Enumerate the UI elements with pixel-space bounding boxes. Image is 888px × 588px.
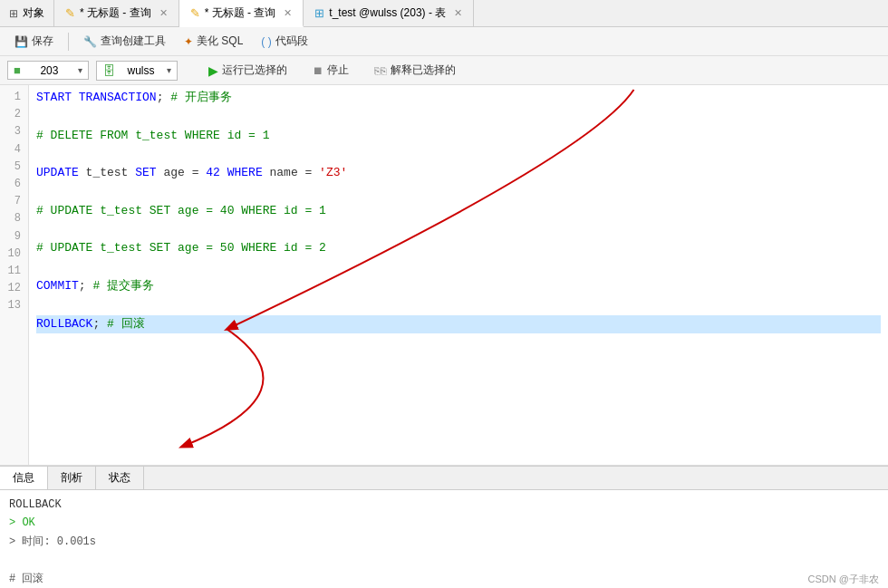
bottom-tab-profile[interactable]: 剖析 (48, 467, 96, 489)
run-icon: ▶ (208, 63, 218, 78)
code-line-8 (36, 221, 881, 240)
line-num: 10 (4, 246, 21, 263)
stop-icon: ⏹ (313, 64, 323, 77)
line-num: 6 (4, 176, 21, 193)
result-line-5: # 回滚 (9, 570, 879, 588)
conn-bar: ■ 203 ▾ 🗄 wulss ▾ ▶ 运行已选择的 ⏹ 停止 ⎘⎘ 解释已选择… (0, 56, 888, 85)
beautify-label: 美化 SQL (197, 34, 243, 49)
line-num: 11 (4, 263, 21, 280)
tab-bar: ⊞ 对象 ✎ * 无标题 - 查询 ✕ ✎ * 无标题 - 查询 ✕ ⊞ t_t… (0, 0, 888, 27)
db-number-value: 203 (40, 64, 58, 77)
snippet-icon: ( ) (261, 35, 271, 48)
bottom-tab-info[interactable]: 信息 (0, 467, 48, 489)
save-icon: 💾 (14, 35, 28, 48)
explain-icon: ⎘⎘ (374, 65, 387, 76)
code-line-3: # DELETE FROM t_test WHERE id = 1 (36, 127, 881, 146)
query-builder-button[interactable]: 🔧 查询创建工具 (76, 31, 173, 52)
snippet-button[interactable]: ( ) 代码段 (254, 31, 314, 52)
code-line-1: START TRANSACTION; # 开启事务 (36, 89, 881, 108)
tab-profile-label: 剖析 (61, 471, 82, 484)
code-line-12 (36, 296, 881, 315)
explain-button[interactable]: ⎘⎘ 解释已选择的 (365, 60, 465, 81)
snippet-label: 代码段 (275, 34, 308, 49)
db-user-select[interactable]: 🗄 wulss ▾ (96, 61, 178, 81)
tab-query-1-label: * 无标题 - 查询 (80, 5, 151, 21)
tab-table-label: t_test @wulss (203) - 表 (329, 5, 446, 21)
stop-label: 停止 (327, 63, 349, 78)
result-line-2: > OK (9, 514, 879, 532)
separator-1 (68, 33, 69, 51)
db-icon: 🗄 (102, 63, 115, 78)
beautify-icon: ✦ (184, 35, 193, 48)
tab-objects-label: 对象 (23, 5, 44, 21)
line-num: 8 (4, 210, 21, 227)
line-num: 13 (4, 297, 21, 314)
tab-query-1[interactable]: ✎ * 无标题 - 查询 ✕ (54, 0, 179, 26)
bottom-tabs: 信息 剖析 状态 (0, 467, 888, 490)
toolbar: 💾 保存 🔧 查询创建工具 ✦ 美化 SQL ( ) 代码段 (0, 27, 888, 56)
editor-area: 1 2 3 4 5 6 7 8 9 10 11 12 13 START TRAN… (0, 85, 888, 466)
save-label: 保存 (32, 34, 53, 49)
bottom-tab-status[interactable]: 状态 (96, 467, 144, 489)
tab-info-label: 信息 (13, 471, 34, 484)
code-line-7: # UPDATE t_test SET age = 40 WHERE id = … (36, 202, 881, 221)
explain-label: 解释已选择的 (391, 63, 456, 78)
tab-query-2[interactable]: ✎ * 无标题 - 查询 ✕ (179, 0, 304, 27)
line-numbers: 1 2 3 4 5 6 7 8 9 10 11 12 13 (0, 85, 29, 465)
code-editor[interactable]: START TRANSACTION; # 开启事务 # DELETE FROM … (29, 85, 888, 465)
query-icon-1: ✎ (65, 6, 75, 20)
query-builder-icon: 🔧 (83, 35, 97, 48)
code-line-2 (36, 108, 881, 127)
table-icon: ⊞ (314, 6, 324, 20)
db-number-arrow: ▾ (78, 65, 82, 75)
tab-table[interactable]: ⊞ t_test @wulss (203) - 表 ✕ (304, 0, 474, 26)
footer-text: CSDN @子非农 (808, 574, 879, 584)
result-line-3: > 时间: 0.001s (9, 533, 879, 551)
code-line-5: UPDATE t_test SET age = 42 WHERE name = … (36, 164, 881, 183)
stop-button[interactable]: ⏹ 停止 (304, 60, 358, 81)
tab-close-3[interactable]: ✕ (454, 7, 462, 19)
result-comment: # 回滚 (9, 573, 43, 585)
db-user-value: wulss (127, 64, 154, 77)
tab-close-2[interactable]: ✕ (284, 7, 292, 19)
save-button[interactable]: 💾 保存 (7, 31, 61, 52)
objects-icon: ⊞ (9, 7, 18, 20)
query-icon-2: ✎ (190, 6, 200, 20)
result-ok-1: > OK (9, 516, 35, 529)
bottom-panel: 信息 剖析 状态 ROLLBACK > OK > 时间: 0.001s # 回滚… (0, 466, 888, 588)
tab-close-1[interactable]: ✕ (159, 7, 168, 19)
line-num: 1 (4, 89, 21, 106)
run-button[interactable]: ▶ 运行已选择的 (199, 60, 296, 81)
line-num: 3 (4, 123, 21, 140)
line-num: 2 (4, 106, 21, 123)
footer-watermark: CSDN @子非农 (799, 571, 888, 588)
keyword: START TRANSACTION (36, 91, 157, 104)
query-builder-label: 查询创建工具 (101, 34, 166, 49)
tab-status-label: 状态 (109, 471, 130, 484)
result-time-1: > 时间: 0.001s (9, 535, 96, 548)
db-number-select[interactable]: ■ 203 ▾ (7, 61, 89, 80)
db-user-arrow: ▾ (167, 65, 171, 75)
line-num: 12 (4, 280, 21, 297)
result-text: ROLLBACK (9, 498, 62, 511)
code-line-10 (36, 258, 881, 277)
code-line-13: ROLLBACK; # 回滚 (36, 315, 881, 334)
run-label: 运行已选择的 (222, 63, 287, 78)
code-line-11: COMMIT; # 提交事务 (36, 277, 881, 296)
line-num: 7 (4, 193, 21, 210)
beautify-button[interactable]: ✦ 美化 SQL (177, 31, 250, 52)
code-line-6 (36, 183, 881, 202)
line-num: 4 (4, 141, 21, 159)
line-num: 9 (4, 228, 21, 246)
code-line-4 (36, 145, 881, 164)
bottom-content: ROLLBACK > OK > 时间: 0.001s # 回滚 > OK > 时… (0, 490, 888, 588)
tab-query-2-label: * 无标题 - 查询 (205, 5, 276, 21)
result-line-1: ROLLBACK (9, 496, 879, 514)
tab-objects[interactable]: ⊞ 对象 (0, 0, 54, 26)
line-num: 5 (4, 159, 21, 176)
db-number-icon: ■ (14, 63, 21, 77)
result-line-4 (9, 551, 879, 569)
code-line-9: # UPDATE t_test SET age = 50 WHERE id = … (36, 239, 881, 258)
